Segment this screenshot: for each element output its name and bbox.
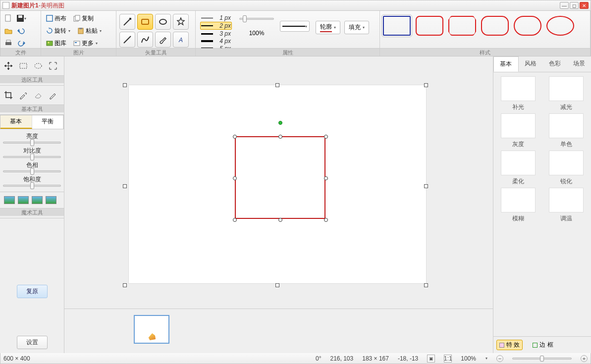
fx-item[interactable]: 柔化 [495,151,541,186]
px-2[interactable]: 2 px [200,22,232,30]
brightness-slider[interactable] [3,142,61,144]
shape-handle-se[interactable] [324,218,328,222]
tool-star[interactable] [173,14,189,30]
rtab-scene[interactable]: 场景 [567,56,591,72]
magic-swatch-3[interactable] [32,196,43,204]
settings-button[interactable]: 设置 [17,336,48,349]
stroke-style-combo[interactable]: ▾ [280,21,310,32]
group-file: ▾ 文件 [0,11,41,56]
contrast-slider[interactable] [3,156,61,158]
fx-item[interactable]: 减光 [544,76,590,111]
sel-handle-nw[interactable] [123,83,127,87]
tool-arrow[interactable] [119,14,135,30]
fx-item[interactable]: 调温 [544,188,590,223]
magic-swatch-4[interactable] [46,196,56,204]
fx-item[interactable]: 灰度 [495,113,541,149]
tab-balance[interactable]: 平衡 [32,115,64,129]
style-swatch-rr1[interactable] [416,16,443,36]
zoom-slider[interactable] [512,358,572,360]
magic-swatch-2[interactable] [18,196,29,204]
sel-handle-se[interactable] [424,283,428,287]
style-swatch-rect[interactable] [383,16,411,36]
canvas-button[interactable]: 画布 [44,13,68,24]
undo-icon[interactable] [16,26,26,36]
eraser-icon[interactable] [33,90,44,101]
rtab-style[interactable]: 风格 [519,56,543,72]
selection-ellipse-icon[interactable] [33,60,44,71]
tool-rectangle[interactable] [137,14,153,30]
paste-button[interactable]: 粘贴▾ [75,26,104,36]
style-swatch-rr3[interactable] [514,16,541,36]
fx-item[interactable]: 补光 [495,76,541,111]
border-toggle[interactable]: 边 框 [530,340,556,350]
maximize-button[interactable]: ◻ [570,2,579,9]
sel-handle-s[interactable] [275,283,279,287]
tool-text[interactable]: A [173,32,189,48]
more-button[interactable]: 更多▾ [71,38,100,49]
style-swatch-cut[interactable] [448,16,476,36]
style-swatch-rr2[interactable] [481,16,509,36]
sel-handle-e[interactable] [424,184,428,188]
fit-screen-icon[interactable]: ▣ [427,355,435,363]
hue-slider[interactable] [3,170,61,172]
rotate-handle[interactable] [278,121,282,125]
fx-item[interactable]: 模糊 [495,188,541,223]
selection-move-icon[interactable] [3,60,14,71]
new-icon[interactable] [3,13,13,23]
shape-handle-sw[interactable] [233,218,237,222]
shape-handle-w[interactable] [233,176,237,180]
rotate-button[interactable]: 旋转▾ [44,26,72,36]
saturation-slider[interactable] [3,185,61,187]
shape-handle-n[interactable] [278,135,282,139]
shape-handle-ne[interactable] [324,135,328,139]
page-thumbnail[interactable] [134,315,169,344]
sel-handle-sw[interactable] [123,283,127,287]
library-button[interactable]: 图库 [44,38,68,49]
fx-item[interactable]: 单色 [544,113,590,149]
selection-lasso-icon[interactable] [48,60,58,71]
sel-handle-ne[interactable] [424,83,428,87]
crop-icon[interactable] [3,90,14,101]
selection-rect-icon[interactable] [18,60,29,71]
tool-brush[interactable] [155,32,171,48]
magic-swatch-1[interactable] [4,196,15,204]
zoom-in-button[interactable]: + [581,355,588,362]
save-icon[interactable]: ▾ [16,13,26,23]
rtab-color[interactable]: 色彩 [543,56,567,72]
sel-handle-w[interactable] [123,184,127,188]
opacity-slider[interactable] [239,18,274,20]
fx-item[interactable]: 锐化 [544,151,590,186]
px-4[interactable]: 4 px [200,38,232,45]
canvas-area[interactable] [64,56,493,353]
shape-handle-s[interactable] [278,218,282,222]
svg-rect-5 [47,15,53,21]
shape-rectangle[interactable] [235,136,325,219]
open-icon[interactable] [3,26,13,36]
sel-handle-n[interactable] [275,83,279,87]
actual-size-icon[interactable]: 1:1 [444,355,452,363]
pencil-icon[interactable] [48,90,58,101]
close-button[interactable]: ✕ [580,2,589,9]
eyedropper-icon[interactable] [18,90,29,101]
tool-ellipse[interactable] [155,14,171,30]
zoom-out-button[interactable]: − [496,355,503,362]
px-3[interactable]: 3 px [200,30,232,37]
tool-line[interactable] [119,32,135,48]
tab-basic[interactable]: 基本 [0,115,32,129]
fill-button[interactable]: 填充▾ [344,21,369,34]
minimize-button[interactable]: — [560,2,569,9]
tool-curve[interactable] [137,32,153,48]
ribbon: ▾ 文件 画布 复制 旋转▾ 粘贴▾ 图库 更多▾ 图片 [0,11,591,56]
outline-button[interactable]: 轮廓▾ [316,21,340,34]
copy-button[interactable]: 复制 [71,13,96,24]
shape-handle-nw[interactable] [233,135,237,139]
shape-handle-e[interactable] [324,176,328,180]
restore-button[interactable]: 复原 [17,285,48,298]
rtab-basic[interactable]: 基本 [493,56,519,72]
stroke-width-list[interactable]: 1 px 2 px 3 px 4 px 5 px [199,13,233,53]
redo-icon[interactable] [16,38,26,48]
px-1[interactable]: 1 px [200,14,232,21]
effects-toggle[interactable]: 特 效 [496,340,523,350]
print-icon[interactable] [3,38,13,48]
style-swatch-ellipse[interactable] [546,16,574,36]
